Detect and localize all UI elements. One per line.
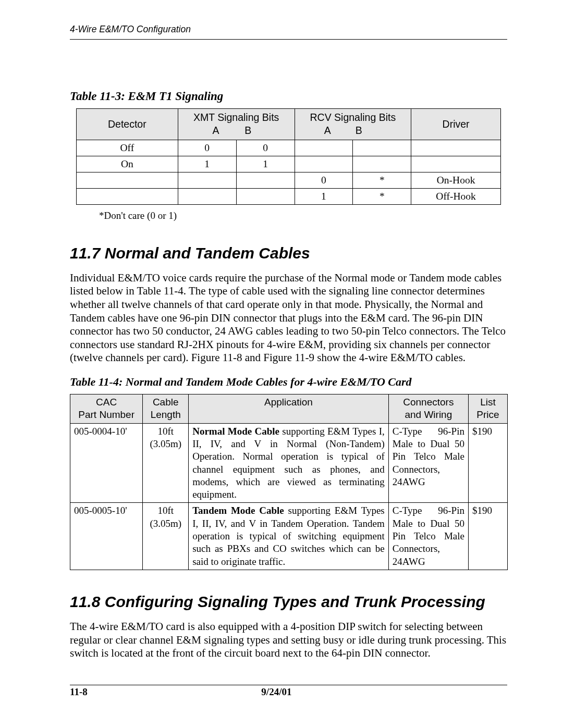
- cell: 0: [295, 172, 353, 188]
- cell-application: Normal Mode Cable supporting E&M Types I…: [189, 423, 389, 503]
- cell-connectors: C-Type 96-Pin Male to Dual 50 Pin Telco …: [388, 503, 468, 570]
- table-row: 1*Off-Hook: [77, 188, 501, 204]
- th-application: Application: [189, 394, 389, 423]
- table1-footnote: *Don't care (0 or 1): [99, 210, 507, 221]
- cell: [178, 188, 236, 204]
- table-row: On11: [77, 156, 501, 172]
- table-row: Off00: [77, 140, 501, 156]
- cell: 1: [295, 188, 353, 204]
- th-rcv-a: A: [319, 124, 356, 137]
- cell: [77, 188, 178, 204]
- cell: 0: [178, 140, 236, 156]
- th-driver: Driver: [411, 109, 501, 140]
- th-xmt-b: B: [244, 124, 285, 137]
- cell: [295, 156, 353, 172]
- table-row: 005-0005-10'10ft(3.05m)Tandem Mode Cable…: [70, 503, 508, 570]
- cell: Off-Hook: [411, 188, 501, 204]
- cell: [236, 188, 295, 204]
- cell-part: 005-0004-10': [70, 423, 143, 503]
- para-11-8: The 4-wire E&M/TO card is also equipped …: [70, 620, 507, 660]
- header-rule: [70, 39, 507, 40]
- cell: *: [353, 172, 411, 188]
- cell-length: 10ft(3.05m): [143, 503, 189, 570]
- heading-11-8: 11.8 Configuring Signaling Types and Tru…: [70, 593, 507, 611]
- th-price: ListPrice: [468, 394, 507, 423]
- table2-header-row: CACPart Number CableLength Application C…: [70, 394, 508, 423]
- table2: CACPart Number CableLength Application C…: [70, 394, 508, 570]
- cell: [353, 156, 411, 172]
- cell-application: Tandem Mode Cable supporting E&M Types I…: [189, 503, 389, 570]
- cell: [178, 172, 236, 188]
- th-xmt-label: XMT Signaling Bits: [193, 112, 279, 123]
- cell: On-Hook: [411, 172, 501, 188]
- cell-price: $190: [468, 423, 507, 503]
- cell-connectors: C-Type 96-Pin Male to Dual 50 Pin Telco …: [388, 423, 468, 503]
- cell: 1: [178, 156, 236, 172]
- running-header: 4-Wire E&M/TO Configuration: [70, 24, 507, 35]
- cell: [236, 172, 295, 188]
- table1: Detector XMT Signaling Bits AB RCV Signa…: [76, 108, 501, 205]
- cell: [295, 140, 353, 156]
- cell-length: 10ft(3.05m): [143, 423, 189, 503]
- page-footer: 11-8 9/24/01: [70, 685, 507, 698]
- heading-11-7: 11.7 Normal and Tandem Cables: [70, 244, 507, 262]
- table2-caption: Table 11-4: Normal and Tandem Mode Cable…: [70, 375, 507, 389]
- th-part: CACPart Number: [70, 394, 143, 423]
- cell-part: 005-0005-10': [70, 503, 143, 570]
- cell: 1: [236, 156, 295, 172]
- para-11-7: Individual E&M/TO voice cards require th…: [70, 272, 507, 365]
- cell-price: $190: [468, 503, 507, 570]
- table-row: 005-0004-10'10ft(3.05m)Normal Mode Cable…: [70, 423, 508, 503]
- table1-caption: Table 11-3: E&M T1 Signaling: [70, 90, 507, 103]
- th-rcv: RCV Signaling Bits AB: [295, 109, 411, 140]
- th-rcv-b: B: [356, 124, 387, 137]
- footer-page: 11-8: [70, 686, 88, 698]
- table1-header-row: Detector XMT Signaling Bits AB RCV Signa…: [77, 109, 501, 140]
- th-connectors: Connectorsand Wiring: [388, 394, 468, 423]
- cell: [411, 140, 501, 156]
- th-rcv-label: RCV Signaling Bits: [310, 112, 396, 123]
- cell: 0: [236, 140, 295, 156]
- cell: [353, 140, 411, 156]
- table-row: 0*On-Hook: [77, 172, 501, 188]
- th-xmt: XMT Signaling Bits AB: [178, 109, 295, 140]
- cell: [411, 156, 501, 172]
- cell: Off: [77, 140, 178, 156]
- th-length: CableLength: [143, 394, 189, 423]
- cell: On: [77, 156, 178, 172]
- footer-rule: [70, 685, 507, 685]
- th-detector: Detector: [77, 109, 178, 140]
- cell: [77, 172, 178, 188]
- footer-date: 9/24/01: [261, 686, 291, 698]
- cell: *: [353, 188, 411, 204]
- th-xmt-a: A: [187, 124, 244, 137]
